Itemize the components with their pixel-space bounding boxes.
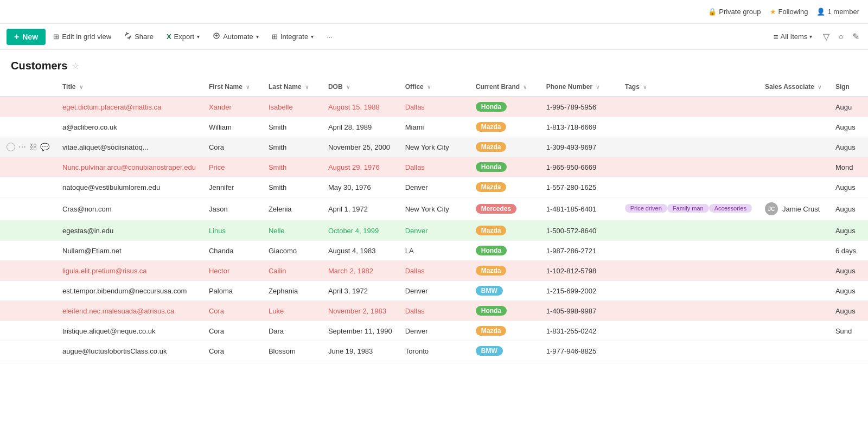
- row-lastname: Luke: [262, 301, 322, 321]
- row-phone: 1-500-572-8640: [540, 221, 618, 241]
- row-brand: Honda: [469, 97, 540, 117]
- dob-sort-icon: ∨: [346, 84, 350, 90]
- all-items-button[interactable]: ≡ All Items ▾: [769, 30, 817, 43]
- brand-badge: Mazda: [476, 226, 507, 235]
- row-phone: 1-215-699-2002: [540, 281, 618, 301]
- row-tags: [618, 281, 758, 301]
- row-link-icon[interactable]: ⛓: [29, 143, 37, 151]
- row-title[interactable]: augue@luctuslobortisClass.co.uk: [56, 341, 202, 361]
- row-brand: Mazda: [469, 137, 540, 157]
- row-tags: [618, 241, 758, 261]
- brand-badge: Mazda: [476, 122, 507, 132]
- table-row: ⋯ ⛓ 💬 vitae.aliquet@sociisnatoq...CoraSm…: [0, 137, 868, 157]
- row-tags: [618, 97, 758, 117]
- row-title[interactable]: est.tempor.bibendum@neccursusa.com: [56, 281, 202, 301]
- row-sign: Augu: [829, 97, 868, 117]
- row-tags: [618, 341, 758, 361]
- row-title[interactable]: egestas@in.edu: [56, 221, 202, 241]
- col-header-tags[interactable]: Tags ∨: [618, 78, 758, 97]
- automate-chevron-icon: ▾: [256, 34, 259, 40]
- filter-button[interactable]: ▽: [821, 29, 832, 44]
- row-title[interactable]: ligula.elit.pretium@risus.ca: [56, 261, 202, 281]
- following-btn[interactable]: ★ Following: [770, 8, 808, 16]
- grid-icon: ⊞: [53, 33, 59, 41]
- row-brand: BMW: [469, 281, 540, 301]
- row-title[interactable]: tristique.aliquet@neque.co.uk: [56, 321, 202, 341]
- row-phone: 1-405-998-9987: [540, 301, 618, 321]
- avatar: JC: [765, 202, 778, 215]
- col-header-sales[interactable]: Sales Associate ∨: [758, 78, 829, 97]
- brand-badge: Mazda: [476, 266, 507, 276]
- row-sales-associate: [758, 157, 829, 177]
- members-label: 1 member: [827, 8, 859, 16]
- col-header-sign[interactable]: Sign: [829, 78, 868, 97]
- row-lastname: Giacomo: [262, 241, 322, 261]
- row-dob: March 2, 1982: [322, 261, 399, 281]
- private-group[interactable]: 🔒 Private group: [708, 8, 761, 16]
- col-header-dob[interactable]: DOB ∨: [322, 78, 399, 97]
- automate-button[interactable]: Automate ▾: [207, 29, 264, 44]
- automate-icon: [213, 32, 220, 41]
- row-firstname: Cora: [202, 137, 262, 157]
- toolbar: + New ⊞ Edit in grid view Share X Export…: [0, 24, 868, 50]
- brand-badge: Honda: [476, 102, 507, 112]
- table-row: ligula.elit.pretium@risus.caHectorCailin…: [0, 261, 868, 281]
- row-phone: 1-987-286-2721: [540, 241, 618, 261]
- row-firstname: Cora: [202, 321, 262, 341]
- tag-item: Price driven: [625, 204, 667, 213]
- export-button[interactable]: X Export ▾: [161, 30, 205, 43]
- col-header-office[interactable]: Office ∨: [399, 78, 469, 97]
- row-brand: Mazda: [469, 321, 540, 341]
- row-title[interactable]: Cras@non.com: [56, 197, 202, 221]
- integrate-button[interactable]: ⊞ Integrate ▾: [266, 30, 319, 43]
- table-row: Cras@non.comJasonZeleniaApril 1, 1972New…: [0, 197, 868, 221]
- favorite-star-icon[interactable]: ☆: [72, 61, 79, 71]
- tags-sort-icon: ∨: [643, 84, 647, 90]
- row-dob: May 30, 1976: [322, 177, 399, 197]
- table-row: natoque@vestibulumlorem.eduJenniferSmith…: [0, 177, 868, 197]
- search-button[interactable]: ○: [836, 30, 846, 44]
- row-dob: April 1, 1972: [322, 197, 399, 221]
- row-title[interactable]: vitae.aliquet@sociisnatoq...: [56, 137, 202, 157]
- row-comment-icon[interactable]: 💬: [40, 143, 49, 151]
- row-office: Dallas: [399, 97, 469, 117]
- tag-item: Family man: [667, 204, 709, 213]
- row-office: Denver: [399, 221, 469, 241]
- row-more-icon[interactable]: ⋯: [18, 143, 26, 151]
- row-title[interactable]: a@aclibero.co.uk: [56, 117, 202, 137]
- row-title[interactable]: natoque@vestibulumlorem.edu: [56, 177, 202, 197]
- all-items-chevron-icon: ▾: [809, 34, 812, 40]
- export-label: Export: [174, 33, 195, 41]
- row-title[interactable]: eget.dictum.placerat@mattis.ca: [56, 97, 202, 117]
- row-sign: Augus: [829, 221, 868, 241]
- brand-badge: Honda: [476, 162, 507, 172]
- row-title[interactable]: Nunc.pulvinar.arcu@conubianostraper.edu: [56, 157, 202, 177]
- row-dob: April 3, 1972: [322, 281, 399, 301]
- col-header-lastname[interactable]: Last Name ∨: [262, 78, 322, 97]
- row-title[interactable]: eleifend.nec.malesuada@atrisus.ca: [56, 301, 202, 321]
- table-row: eleifend.nec.malesuada@atrisus.caCoraLuk…: [0, 301, 868, 321]
- automate-label: Automate: [223, 33, 253, 41]
- edit-button[interactable]: ✎: [850, 29, 861, 44]
- new-button[interactable]: + New: [7, 29, 46, 45]
- person-icon: 👤: [816, 8, 825, 16]
- row-title[interactable]: Nullam@Etiam.net: [56, 241, 202, 261]
- page-header: Customers ☆: [0, 50, 868, 78]
- row-phone: 1-309-493-9697: [540, 137, 618, 157]
- row-office: Toronto: [399, 341, 469, 361]
- row-lastname: Cailin: [262, 261, 322, 281]
- members-btn[interactable]: 👤 1 member: [816, 8, 859, 16]
- more-button[interactable]: ···: [321, 30, 338, 43]
- col-header-title[interactable]: Title ∨: [56, 78, 202, 97]
- row-dob: November 25, 2000: [322, 137, 399, 157]
- col-header-phone[interactable]: Phone Number ∨: [540, 78, 618, 97]
- share-button[interactable]: Share: [119, 29, 159, 44]
- row-dob: April 28, 1989: [322, 117, 399, 137]
- all-items-label: All Items: [780, 33, 807, 41]
- row-sign: Mond: [829, 157, 868, 177]
- search-icon: ○: [838, 32, 844, 41]
- row-checkbox[interactable]: [7, 143, 15, 151]
- col-header-firstname[interactable]: First Name ∨: [202, 78, 262, 97]
- edit-grid-button[interactable]: ⊞ Edit in grid view: [48, 30, 117, 43]
- col-header-brand[interactable]: Current Brand ∨: [469, 78, 540, 97]
